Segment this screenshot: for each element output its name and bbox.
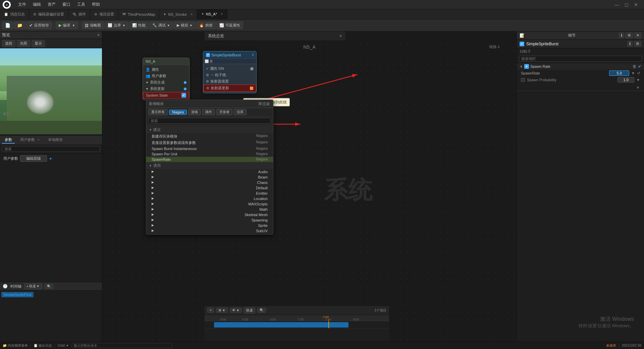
tl-add-track-btn[interactable]: + 轨道 ▼ (24, 283, 42, 289)
simulate-dropdown-icon[interactable]: ▼ (190, 24, 193, 27)
nsa-row-properties[interactable]: 👤 属性 (143, 66, 189, 73)
ssb-row-emitter-update[interactable]: ⚙ 发射器更新 (203, 85, 256, 92)
nsa-node[interactable]: NS_A 👤 属性 👥 用户参数 ▼ 系统生成 (143, 58, 190, 100)
spawn-rate-expand-arrow[interactable]: ▼ (631, 71, 635, 75)
tab-plugins[interactable]: 🔌 插件 (68, 9, 90, 19)
ssb-checkbox[interactable]: ✔ (206, 53, 210, 57)
dd-general-5[interactable]: ▶ Location (146, 196, 273, 201)
cmd-input[interactable] (71, 343, 172, 348)
dd-general-7[interactable]: ▶ Math (146, 207, 273, 212)
window-restore[interactable]: ◻ (623, 1, 631, 8)
toolbar-bounds[interactable]: ⬜ 边界 ▼ (105, 21, 128, 29)
section-suggestions[interactable]: ▼ 建议 (146, 126, 273, 133)
preview-viewport[interactable]: X Z (0, 48, 102, 134)
details-settings-btn[interactable]: ⚙ (626, 33, 633, 38)
tl-search-btn2[interactable]: 🔍 (257, 308, 266, 313)
content-browser-btn[interactable]: 📁 内容侧滑菜单 (3, 343, 28, 348)
tl-eye-dropdown[interactable]: ▼ (236, 309, 239, 312)
details-info-btn[interactable]: ℹ (619, 33, 624, 38)
filter-game[interactable]: 游戏 (188, 109, 201, 115)
tl-eye-btn[interactable]: 👁 ▼ (230, 308, 242, 313)
ssb-meta-info[interactable]: ℹ (627, 41, 633, 47)
sys-spawn-port[interactable] (184, 81, 186, 84)
toolbar-thumbnail[interactable]: 🖼 缩略图 (82, 21, 104, 29)
nsa-row-sys-spawn[interactable]: ▼ 系统生成 (143, 79, 189, 86)
spawn-prob-checkbox[interactable] (521, 78, 525, 82)
dd-general-4[interactable]: ▶ Emitter (146, 191, 273, 196)
filter-niagara[interactable]: Niagara (169, 110, 187, 115)
spawn-rate-delete[interactable]: 🗑 (633, 64, 637, 69)
spawn-prob-value[interactable]: 1.0 (618, 77, 634, 83)
tl-dropdown-icon[interactable]: ▼ (37, 285, 40, 288)
dd-general-6[interactable]: ▶ MAXScripts (146, 201, 273, 207)
menu-file[interactable]: 文件 (15, 1, 30, 8)
toolbar-open[interactable]: 📁 (14, 21, 25, 29)
ssb-mini-btn2[interactable]: ☰ (210, 59, 213, 63)
ssb-details-checkbox[interactable]: ✔ (520, 42, 524, 46)
spawn-rate-expand[interactable]: ▼ (520, 65, 523, 68)
dd-general-2[interactable]: ▶ Chaos (146, 180, 273, 185)
params-tab-local[interactable]: 本地模块 (45, 137, 65, 144)
edit-level-value[interactable]: 编辑层级 (20, 155, 47, 162)
ssb-info-icon[interactable]: ℹ (252, 53, 254, 57)
nsa-row-state[interactable]: System State ✔ (143, 92, 189, 99)
tab-nsa-close[interactable]: ✕ (220, 12, 223, 16)
menu-help[interactable]: 帮助 (89, 1, 103, 8)
ssb-update-port[interactable] (250, 87, 253, 90)
dd-item-3[interactable]: Spawn Per Unit Niagara (146, 151, 273, 157)
preview-select-btn[interactable]: 选投 (2, 40, 15, 47)
menu-tools[interactable]: 工具 (74, 1, 89, 8)
spawn-rate-value[interactable]: 5.0 (609, 70, 629, 76)
output-log-btn[interactable]: 📋 输出日志 (34, 343, 52, 348)
tab-third-person-map[interactable]: 🗺 ThirdPersonMap (118, 9, 159, 19)
menu-assets[interactable]: 资产 (44, 1, 59, 8)
params-tab-params[interactable]: 参数 (2, 137, 15, 144)
spawn-collapse[interactable]: ▲ (517, 83, 644, 91)
toolbar-debug[interactable]: 🔧 调试 ▼ (149, 21, 173, 29)
state-checkbox[interactable]: ✔ (181, 93, 186, 98)
system-overview-close[interactable]: ✕ (339, 34, 342, 38)
node-canvas[interactable]: NS_A 缩放-1 NS_A 👤 属性 👥 用户参数 (102, 41, 517, 349)
dd-general-0[interactable]: ▶ Audio (146, 169, 273, 174)
nsa-row-sys-update[interactable]: ▼ 系统更新 (143, 86, 189, 92)
dd-general-3[interactable]: ▶ Default (146, 185, 273, 191)
params-tab-user[interactable]: 用户参数 ✕ (17, 137, 43, 144)
timeline-track-ssb[interactable]: SimpleSpriteFirst (1, 292, 34, 297)
cmd-dropdown-icon[interactable]: ▼ (66, 344, 69, 347)
section-general[interactable]: ▼ 通用 (146, 162, 273, 169)
tab-ns-a[interactable]: ✦ NS_A* ✕ (197, 9, 227, 19)
toolbar-perf[interactable]: 📊 性能 (129, 21, 149, 29)
menu-edit[interactable]: 编辑 (30, 1, 44, 8)
ssb-node[interactable]: ✔ SimpleSpriteBurst ℹ ⬜ ☰ ✔ 属性 GN ⚙ (203, 51, 257, 93)
filter-showall[interactable]: 显示所有 (148, 109, 168, 115)
ssb-props-port[interactable] (250, 67, 254, 70)
spawn-rate-reset[interactable]: ↺ (637, 71, 640, 76)
filter-devs[interactable]: 开发者 (216, 109, 232, 115)
tab-editor-prefs[interactable]: ⚙ 编辑器偏好设置 (29, 9, 68, 19)
preview-display-btn[interactable]: 显示 (32, 40, 45, 47)
toolbar-bake[interactable]: 🔥 烘焙 (196, 21, 216, 29)
dd-general-9[interactable]: ▶ Spawning (146, 217, 273, 223)
tab-log[interactable]: 📋 消息日志 (0, 9, 29, 19)
toolbar-scalability[interactable]: 📈 可延展性 (216, 21, 243, 29)
tl-settings-btn[interactable]: ⚙ ▼ (216, 308, 228, 313)
tl-track-add-btn[interactable]: 轨道 (244, 307, 255, 313)
dd-item-4[interactable]: SpawnRate Niagara (146, 157, 273, 162)
spawn-prob-arrow[interactable]: ▼ (636, 78, 640, 82)
dd-item-0[interactable]: 新建存区块模块 Niagara (146, 133, 273, 140)
dd-item-2[interactable]: Spawn Burst Instantaneous Niagara (146, 146, 273, 151)
tl-settings-dropdown[interactable]: ▼ (222, 309, 225, 312)
window-minimize[interactable]: — (612, 1, 621, 8)
ssb-meta-settings[interactable]: ⚙ (634, 41, 641, 47)
ssb-row-props[interactable]: ✔ 属性 GN (203, 65, 256, 72)
sys-update-port[interactable] (184, 88, 186, 90)
toolbar-new[interactable]: 📄 (2, 21, 13, 29)
details-search-input[interactable] (519, 56, 642, 62)
spawn-rate-checkbox[interactable]: ✔ (638, 64, 641, 69)
ssb-row-particle[interactable]: ⚙ → 粒子线 (203, 72, 256, 78)
tl-search-btn[interactable]: 🔍 (45, 284, 53, 289)
window-close[interactable]: ✕ (632, 1, 640, 8)
filter-library[interactable]: 仅库 (234, 109, 247, 115)
toolbar-simulate[interactable]: ▶ 模拟 ▼ (174, 21, 196, 29)
bounds-dropdown-icon[interactable]: ▼ (122, 24, 125, 27)
